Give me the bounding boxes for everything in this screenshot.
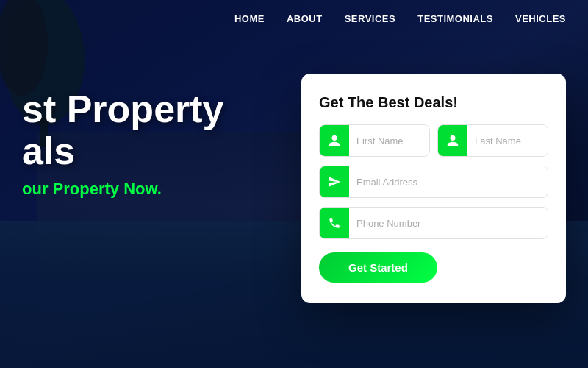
nav-link-testimonials[interactable]: TESTIMONIALS <box>417 13 493 24</box>
email-input[interactable] <box>349 166 548 198</box>
email-group <box>319 166 548 198</box>
navbar: HOME ABOUT SERVICES TESTIMONIALS VEHICLE… <box>0 0 588 37</box>
person-icon-first <box>320 124 349 157</box>
hero-cta-text: our Property Now. <box>22 180 224 199</box>
nav-item-services[interactable]: SERVICES <box>345 12 396 25</box>
nav-item-vehicles[interactable]: VEHICLES <box>515 12 566 25</box>
user-icon-2 <box>446 134 459 147</box>
name-row <box>319 124 548 157</box>
nav-link-about[interactable]: ABOUT <box>287 13 323 24</box>
first-name-input[interactable] <box>349 124 430 157</box>
hero-line2: als <box>22 130 75 172</box>
last-name-group <box>437 124 548 157</box>
last-name-input[interactable] <box>467 124 548 157</box>
hero-section: st Property als our Property Now. <box>22 88 224 199</box>
nav-links: HOME ABOUT SERVICES TESTIMONIALS VEHICLE… <box>234 12 566 25</box>
phone-icon-svg <box>328 216 341 230</box>
hero-headline: st Property als <box>22 88 224 172</box>
nav-link-home[interactable]: HOME <box>234 13 265 24</box>
user-icon <box>328 134 341 147</box>
phone-input[interactable] <box>349 207 548 239</box>
form-title: Get The Best Deals! <box>319 94 548 111</box>
get-started-button[interactable]: Get Started <box>319 252 437 283</box>
person-icon-last <box>438 124 467 157</box>
first-name-group <box>319 124 430 157</box>
send-icon <box>328 175 341 188</box>
nav-item-testimonials[interactable]: TESTIMONIALS <box>417 12 493 25</box>
phone-icon <box>320 207 349 239</box>
nav-item-about[interactable]: ABOUT <box>287 12 323 25</box>
form-card: Get The Best Deals! <box>301 74 566 303</box>
nav-item-home[interactable]: HOME <box>234 12 265 25</box>
phone-group <box>319 207 548 239</box>
nav-link-services[interactable]: SERVICES <box>345 13 396 24</box>
nav-link-vehicles[interactable]: VEHICLES <box>515 13 566 24</box>
hero-line1: st Property <box>22 88 224 130</box>
email-icon <box>320 166 349 198</box>
